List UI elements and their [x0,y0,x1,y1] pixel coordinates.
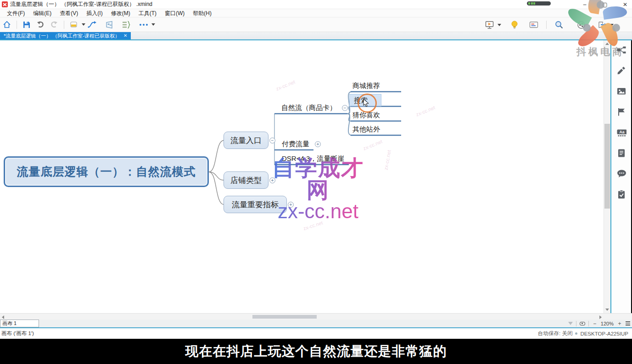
export-icon[interactable] [595,19,609,31]
zoom-in-button[interactable]: + [617,320,622,327]
close-button[interactable]: ✕ [621,1,629,8]
undo-icon[interactable] [34,19,47,31]
corner-brand-watermark: 抖枫电商 [576,45,624,58]
xmind-logo-icon [2,1,8,7]
scroll-up-icon[interactable] [605,43,609,45]
branch-node-store[interactable]: 店铺类型 [224,171,268,189]
pitch-slide-icon[interactable] [527,19,541,31]
scroll-right-icon[interactable] [599,315,602,319]
main-toolbar [0,17,632,32]
zoom-out-button[interactable]: − [592,320,598,327]
fit-map-icon[interactable] [626,321,630,325]
eye-visibility-icon[interactable] [580,322,585,325]
summary-icon[interactable] [119,19,133,31]
root-topic-node[interactable]: 流量底层逻辑（一）：自然流模式 [4,156,209,187]
active-document-tab[interactable]: *流量底层逻辑（一） （阿枫工作室-课程已获版权） ✕ [0,32,131,39]
mouse-cursor-icon [363,99,370,107]
flag-marker-icon[interactable] [616,107,626,117]
horizontal-scrollbar[interactable] [0,313,632,320]
svg-text:Aa: Aa [619,130,624,134]
collapse-toggle-entry[interactable]: − [269,138,275,143]
branch-node-entry[interactable]: 流量入口 [224,132,268,149]
lightbulb-icon[interactable] [508,19,521,31]
menu-help[interactable]: 帮助(H) [189,9,216,17]
minimize-button[interactable]: – [581,1,589,8]
document-tab-bar: *流量底层逻辑（一） （阿枫工作室-课程已获版权） ✕ [0,32,632,40]
tab-close-icon[interactable]: ✕ [123,32,127,39]
status-left-text: 画布 ('画布 1') [1,330,34,337]
scroll-left-icon[interactable] [2,315,4,319]
menu-file[interactable]: 文件(F) [3,9,29,17]
title-bar: 流量底层逻辑（一） （阿枫工作室-课程已获版权） .xmind – ▢ ✕ [0,0,632,9]
horizontal-scroll-thumb[interactable] [252,315,317,319]
menu-bar: 文件(F) 编辑(E) 查看(V) 插入(I) 修改(M) 工具(T) 窗口(W… [0,9,632,17]
collapse-toggle-natural[interactable]: − [342,105,348,111]
presentation-dropdown-caret-icon[interactable] [498,24,501,26]
menu-edit[interactable]: 编辑(E) [29,9,56,17]
subtitle-text: 现在在抖店上玩这个自然流量还是非常猛的 [185,342,447,361]
task-icon[interactable] [616,189,626,199]
menu-view[interactable]: 查看(V) [56,9,82,17]
style-icon[interactable] [67,19,81,31]
redo-icon[interactable] [47,19,61,31]
more-dots-icon[interactable] [137,19,151,31]
scroll-down-icon[interactable] [605,309,609,311]
right-panel-rail: Aa [611,40,631,313]
comment-icon[interactable] [616,169,626,179]
style-dropdown-caret-icon[interactable] [82,23,85,26]
relationship-icon[interactable] [85,19,99,31]
mindmap-canvas[interactable]: zx-cc.net zx-cc.net zx-cc.net zx-cc.net … [0,40,611,313]
tab-title: *流量底层逻辑（一） （阿枫工作室-课程已获版权） [4,32,120,39]
maximize-button[interactable]: ▢ [601,1,609,8]
status-bar: 画布 ('画布 1') 自动保存: 关闭 DESKTOP-A225IUP [0,328,632,339]
presentation-icon[interactable] [483,19,497,31]
boundary-icon[interactable] [103,19,117,31]
save-icon[interactable] [20,19,34,31]
vertical-scroll-thumb[interactable] [604,124,610,209]
leaf-topic-offsite[interactable]: 其他站外 [352,125,380,134]
menu-modify[interactable]: 修改(M) [107,9,134,17]
subtopic-natural-flow[interactable]: 自然流（商品卡） [281,103,336,112]
menu-window[interactable]: 窗口(W) [161,9,189,17]
window-title: 流量底层逻辑（一） （阿枫工作室-课程已获版权） .xmind [10,0,152,8]
vertical-scrollbar[interactable] [604,40,610,313]
menu-insert[interactable]: 插入(I) [82,9,106,17]
autosave-status: 自动保存: 关闭 [538,330,572,337]
zoom-level: 120% [601,321,614,326]
format-brush-icon[interactable] [616,66,626,76]
sheet-tab-canvas1[interactable]: 画布 1 [0,320,39,327]
center-watermark: 自学成才网 zx-cc.net [268,157,369,221]
subtopic-paid-traffic[interactable]: 付费流量 [282,139,309,149]
home-icon[interactable] [0,19,14,31]
battery-indicator [527,1,551,6]
image-icon[interactable] [616,86,626,96]
notes-icon[interactable] [616,148,626,158]
video-subtitle-bar: 现在在抖店上玩这个自然流量还是非常猛的 [0,339,632,364]
export-dropdown-caret-icon[interactable] [610,24,614,26]
zoom-search-icon[interactable] [552,19,566,31]
filter-icon[interactable] [568,322,573,325]
expand-toggle-paid[interactable]: + [315,141,321,147]
sheet-bar: 画布 1 − 120% + [0,320,632,328]
leaf-topic-mall[interactable]: 商城推荐 [352,81,380,90]
device-name: DESKTOP-A225IUP [580,331,628,336]
more-dropdown-caret-icon[interactable] [151,23,155,26]
menu-tools[interactable]: 工具(T) [134,9,161,17]
label-icon[interactable]: Aa [616,127,626,138]
share-icon[interactable] [574,19,588,31]
status-dot-icon [575,332,577,335]
